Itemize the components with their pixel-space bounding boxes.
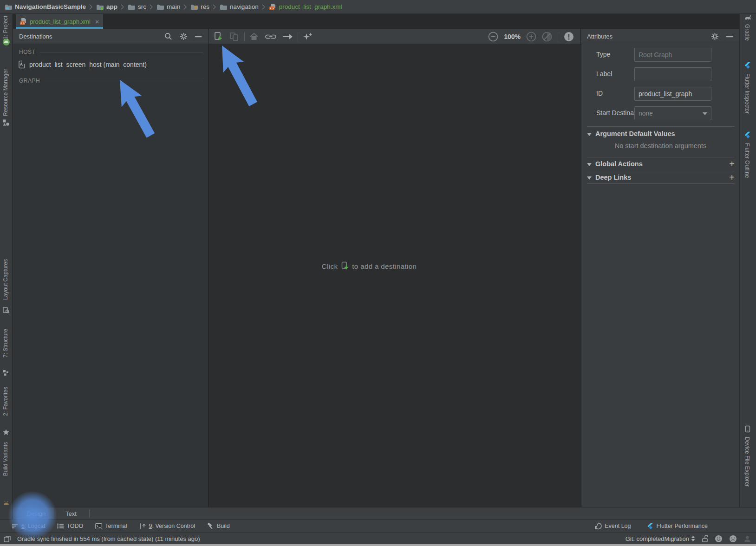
canvas-toolbar: 100% xyxy=(209,29,580,44)
list-item-host-destination[interactable]: product_list_screen_host (main_content) xyxy=(13,58,209,71)
divider xyxy=(587,157,735,157)
empty-canvas-message: Click to add a destination xyxy=(209,261,529,271)
chevron-right-icon xyxy=(121,4,124,10)
add-deep-link-button[interactable]: + xyxy=(729,174,735,181)
breadcrumb-item-project[interactable]: NavigationBasicSample xyxy=(5,3,86,10)
toolwindow-terminal[interactable]: Terminal xyxy=(95,523,127,529)
argument-default-values-section[interactable]: Argument Default Values xyxy=(587,130,735,137)
add-destination-inline-icon xyxy=(341,261,349,271)
chevron-right-icon xyxy=(183,4,187,10)
bottom-toolwindow-bar: 6: Logcat TODO Terminal 9: Version Contr… xyxy=(0,519,756,533)
close-tab-icon[interactable]: × xyxy=(95,18,99,26)
xml-file-icon xyxy=(269,3,277,11)
star-icon[interactable] xyxy=(2,429,10,436)
zoom-out-icon[interactable] xyxy=(488,32,498,42)
project-folder-icon xyxy=(5,4,13,10)
structure-icon[interactable] xyxy=(2,369,10,377)
android-studio-window: NavigationBasicSample app src main res n… xyxy=(0,0,756,546)
zoom-to-fit-icon[interactable] xyxy=(542,32,552,42)
divider xyxy=(587,126,735,127)
up-down-arrows-icon xyxy=(691,536,695,541)
sidebar-item-build-variants[interactable]: Build Variants xyxy=(2,442,9,476)
tab-product-list-graph[interactable]: product_list_graph.xml × xyxy=(16,14,103,29)
build-variants-icon[interactable] xyxy=(2,500,10,507)
resource-folder-icon xyxy=(190,4,198,10)
toolbar-separator xyxy=(558,32,558,41)
divider xyxy=(89,509,90,518)
deep-link-button[interactable] xyxy=(265,33,276,40)
sidebar-item-favorites[interactable]: 2: Favorites xyxy=(2,387,9,416)
attributes-panel-title: Attributes xyxy=(587,33,613,40)
todo-icon xyxy=(57,523,64,529)
id-field[interactable]: product_list_graph xyxy=(634,87,711,101)
sidebar-item-resource-manager[interactable]: Resource Manager xyxy=(2,69,9,116)
sidebar-item-structure[interactable]: 7: Structure xyxy=(2,329,9,358)
git-branch-widget[interactable]: Git: completedMigration xyxy=(626,535,695,542)
breadcrumb-item-app[interactable]: app xyxy=(96,3,117,10)
action-arrow-button[interactable] xyxy=(283,33,293,40)
android-project-icon[interactable] xyxy=(2,38,10,46)
toolwindow-stack-icon[interactable] xyxy=(4,535,12,542)
happy-face-icon[interactable] xyxy=(715,535,723,543)
breadcrumb-item-file[interactable]: product_list_graph.xml xyxy=(269,3,342,11)
auto-arrange-magic-icon[interactable] xyxy=(303,32,313,41)
resource-manager-icon[interactable] xyxy=(2,119,10,126)
hide-panel-icon[interactable] xyxy=(195,36,202,38)
tab-design[interactable]: Design xyxy=(19,507,54,520)
editor-mode-tab-bar: Design Text xyxy=(13,507,756,519)
new-nested-graph-button[interactable] xyxy=(229,32,240,41)
logcat-icon xyxy=(12,523,19,529)
sidebar-item-gradle[interactable]: Gradle xyxy=(744,24,750,41)
issues-panel-icon[interactable] xyxy=(564,32,574,42)
right-toolwindow-stripe: Gradle Flutter Inspector Flutter Outline… xyxy=(739,14,756,533)
toolwindow-flutter-performance[interactable]: Flutter Performance xyxy=(647,523,708,530)
breadcrumb-item-src[interactable]: src xyxy=(128,3,146,10)
toolwindow-version-control[interactable]: 9: Version Control xyxy=(139,523,195,529)
breadcrumb-item-main[interactable]: main xyxy=(156,3,180,10)
sad-face-icon[interactable] xyxy=(729,535,737,543)
flutter-icon[interactable] xyxy=(744,131,751,139)
unlock-icon[interactable] xyxy=(702,535,708,542)
sidebar-item-flutter-outline[interactable]: Flutter Outline xyxy=(744,143,750,178)
destinations-panel: HOST product_list_screen_host (main_cont… xyxy=(13,44,209,507)
toolwindow-todo[interactable]: TODO xyxy=(57,523,83,529)
add-global-action-button[interactable]: + xyxy=(729,161,735,167)
toolbar-row: Destinations xyxy=(13,29,739,44)
tab-text[interactable]: Text xyxy=(58,507,85,520)
sidebar-item-flutter-inspector[interactable]: Flutter Inspector xyxy=(744,73,750,114)
start-destination-select[interactable]: none xyxy=(634,106,711,120)
breadcrumb-item-navigation[interactable]: navigation xyxy=(220,3,259,10)
folder-icon xyxy=(128,4,136,10)
attributes-panel-header: Attributes xyxy=(580,29,739,44)
search-icon[interactable] xyxy=(164,32,172,40)
toolwindow-event-log[interactable]: Event Log xyxy=(594,522,631,530)
sidebar-item-device-file-explorer[interactable]: Device File Explorer xyxy=(744,437,750,487)
folder-icon xyxy=(156,4,164,10)
assign-start-destination-button[interactable] xyxy=(249,32,259,41)
new-destination-button[interactable] xyxy=(214,32,223,42)
device-file-explorer-icon[interactable] xyxy=(744,425,751,433)
sidebar-item-project[interactable]: 1: Project xyxy=(2,16,9,39)
gear-icon[interactable] xyxy=(180,32,188,40)
deep-links-section[interactable]: Deep Links + xyxy=(587,174,735,181)
destinations-panel-header: Destinations xyxy=(13,29,209,44)
toolwindow-build[interactable]: Build xyxy=(207,523,230,529)
toolwindow-logcat[interactable]: 6: Logcat xyxy=(12,523,45,529)
zoom-in-icon[interactable] xyxy=(526,32,536,42)
chevron-down-icon xyxy=(703,112,707,115)
flutter-icon[interactable] xyxy=(744,62,751,69)
layout-captures-icon[interactable] xyxy=(2,306,10,314)
sidebar-item-layout-captures[interactable]: Layout Captures xyxy=(2,259,9,300)
hide-panel-icon[interactable] xyxy=(726,36,733,38)
chevron-right-icon xyxy=(262,4,266,10)
nav-graph-canvas[interactable]: Click to add a destination xyxy=(209,44,580,507)
gradle-icon[interactable] xyxy=(744,14,752,21)
event-log-icon xyxy=(594,522,602,530)
breadcrumb-item-res[interactable]: res xyxy=(190,3,209,10)
triangle-down-icon xyxy=(587,176,592,180)
flutter-icon xyxy=(647,523,654,530)
label-field[interactable] xyxy=(634,67,711,81)
gear-icon[interactable] xyxy=(711,32,719,40)
editor-tab-bar: product_list_graph.xml × xyxy=(13,14,739,29)
global-actions-section[interactable]: Global Actions + xyxy=(587,160,735,168)
